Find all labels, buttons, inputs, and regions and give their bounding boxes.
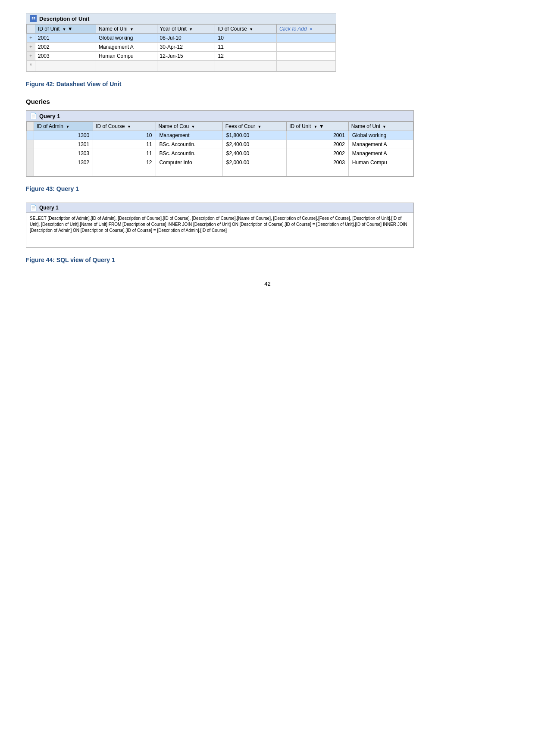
- unit-year-1: 08-Jul-10: [157, 34, 215, 43]
- sql-view-window: 📄 Query 1 SELECT [Description of Admin].…: [26, 203, 414, 248]
- admin-sort-icon[interactable]: ▼: [66, 125, 69, 129]
- unit-titlebar: ☷ Description of Unit: [26, 13, 336, 24]
- unit-course-3: 12: [215, 52, 277, 61]
- unit-course-2: 11: [215, 43, 277, 52]
- table-row[interactable]: 1303 11 BSc. Accountin. $2,400.00 2002 M…: [27, 149, 413, 158]
- unit-add-2: [277, 43, 336, 52]
- sql-text: SELECT [Description of Admin].[ID of Adm…: [30, 216, 407, 233]
- sort-dropdown-icon[interactable]: ▼: [68, 26, 73, 32]
- row-selector-4: [27, 158, 34, 167]
- unit-dropdown-icon[interactable]: ▼: [319, 123, 324, 129]
- q-uname-3: Management A: [348, 149, 413, 158]
- table-row[interactable]: 1302 12 Computer Info $2,000.00 2003 Hum…: [27, 158, 413, 167]
- col-year-dropdown-icon[interactable]: ▼: [189, 27, 193, 31]
- sort-arrow-icon: ▼: [62, 27, 66, 31]
- row-expand-2[interactable]: +: [27, 43, 35, 52]
- sql-title: Query 1: [39, 205, 59, 211]
- new-row[interactable]: *: [27, 61, 336, 72]
- q-admin-2: 1301: [34, 140, 93, 149]
- row-expand-1[interactable]: +: [27, 34, 35, 43]
- col-name-of-uni[interactable]: Name of Uni ▼: [96, 25, 157, 34]
- fees-dropdown-icon[interactable]: ▼: [257, 125, 261, 129]
- queries-heading: Queries: [26, 98, 509, 105]
- unit-course-1: 10: [215, 34, 277, 43]
- query1-titlebar: 📄 Query 1: [26, 111, 413, 122]
- col-id-of-admin[interactable]: ID of Admin ▼: [34, 122, 93, 131]
- col-id-of-course[interactable]: ID of Course ▼: [215, 25, 277, 34]
- q-uname-4: Human Compu: [348, 158, 413, 167]
- col-id-of-unit-q[interactable]: ID of Unit ▼ ▼: [287, 122, 349, 131]
- unit-add-3: [277, 52, 336, 61]
- q-uname-2: Management A: [348, 140, 413, 149]
- col-id-of-course-q[interactable]: ID of Course ▼: [93, 122, 156, 131]
- q-admin-3: 1303: [34, 149, 93, 158]
- page-number: 42: [26, 281, 509, 287]
- q-course-3: 11: [93, 149, 156, 158]
- q-fees-4: $2,000.00: [222, 158, 286, 167]
- row-selector-2: [27, 140, 34, 149]
- unit-datasheet-window: ☷ Description of Unit ID of Unit ▼ ▼ Nam…: [26, 13, 336, 72]
- row-selector-1: [27, 131, 34, 140]
- q-course-1: 10: [93, 131, 156, 140]
- col-id-of-unit[interactable]: ID of Unit ▼ ▼: [35, 25, 96, 34]
- table-row[interactable]: 1300 10 Management $1,800.00 2001 Global…: [27, 131, 413, 140]
- q-course-2: 11: [93, 140, 156, 149]
- table-icon: ☷: [30, 15, 37, 22]
- q-cname-2: BSc. Accountin.: [156, 140, 222, 149]
- col-name-of-cou[interactable]: Name of Cou ▼: [156, 122, 222, 131]
- empty-row-1: [27, 167, 413, 170]
- row-selector-header: [27, 122, 34, 131]
- unit-add-1: [277, 34, 336, 43]
- q-uid-3: 2002: [287, 149, 349, 158]
- q-uid-4: 2003: [287, 158, 349, 167]
- unit-id-2: 2002: [35, 43, 96, 52]
- empty-row-2: [27, 170, 413, 173]
- col-click-to-add[interactable]: Click to Add ▼: [277, 25, 336, 34]
- query1-title: Query 1: [39, 113, 60, 119]
- q-uid-2: 2002: [287, 140, 349, 149]
- sql-body: SELECT [Description of Admin].[ID of Adm…: [26, 213, 413, 247]
- unit-year-3: 12-Jun-15: [157, 52, 215, 61]
- query1-table: ID of Admin ▼ ID of Course ▼ Name of Cou…: [26, 122, 413, 176]
- unit-id-3: 2003: [35, 52, 96, 61]
- q-fees-3: $2,400.00: [222, 149, 286, 158]
- col-year-of-unit[interactable]: Year of Unit ▼: [157, 25, 215, 34]
- new-row-ctrl[interactable]: *: [27, 61, 35, 72]
- table-row[interactable]: 1301 11 BSc. Accountin. $2,400.00 2002 M…: [27, 140, 413, 149]
- query1-window: 📄 Query 1 ID of Admin ▼ ID of Course ▼ N…: [26, 110, 414, 177]
- col-name-dropdown-icon[interactable]: ▼: [130, 27, 134, 31]
- query-icon: 📄: [30, 112, 37, 119]
- unit-table: ID of Unit ▼ ▼ Name of Uni ▼ Year of Uni…: [26, 24, 336, 72]
- q-admin-4: 1302: [34, 158, 93, 167]
- table-row[interactable]: + 2001 Global working 08-Jul-10 10: [27, 34, 336, 43]
- q-fees-2: $2,400.00: [222, 140, 286, 149]
- table-row[interactable]: + 2002 Management A 30-Apr-12 11: [27, 43, 336, 52]
- q-uname-1: Global working: [348, 131, 413, 140]
- q-cname-3: BSc. Accountin.: [156, 149, 222, 158]
- unit-id-1: 2001: [35, 34, 96, 43]
- q-cname-4: Computer Info: [156, 158, 222, 167]
- course-dropdown-icon[interactable]: ▼: [127, 125, 131, 129]
- col-add-dropdown-icon[interactable]: ▼: [309, 27, 313, 31]
- unit-title: Description of Unit: [39, 16, 89, 22]
- row-ctrl-header: [27, 25, 35, 34]
- q-admin-1: 1300: [34, 131, 93, 140]
- q-course-4: 12: [93, 158, 156, 167]
- table-row[interactable]: + 2003 Human Compu 12-Jun-15 12: [27, 52, 336, 61]
- row-selector-3: [27, 149, 34, 158]
- col-name-of-uni-q[interactable]: Name of Uni ▼: [348, 122, 413, 131]
- uni-name-dropdown-icon[interactable]: ▼: [382, 125, 386, 129]
- row-expand-3[interactable]: +: [27, 52, 35, 61]
- sql-query-icon: 📄: [30, 204, 37, 211]
- figure42-caption: Figure 42: Datasheet View of Unit: [26, 81, 509, 87]
- unit-sort-icon[interactable]: ▼: [314, 125, 318, 129]
- unit-name-3: Human Compu: [96, 52, 157, 61]
- name-dropdown-icon[interactable]: ▼: [191, 125, 195, 129]
- figure44-caption: Figure 44: SQL view of Query 1: [26, 256, 509, 263]
- empty-row-3: [27, 173, 413, 176]
- col-course-dropdown-icon[interactable]: ▼: [249, 27, 253, 31]
- unit-name-1: Global working: [96, 34, 157, 43]
- sql-titlebar: 📄 Query 1: [26, 203, 413, 213]
- col-fees-of-cour[interactable]: Fees of Cour ▼: [222, 122, 286, 131]
- q-cname-1: Management: [156, 131, 222, 140]
